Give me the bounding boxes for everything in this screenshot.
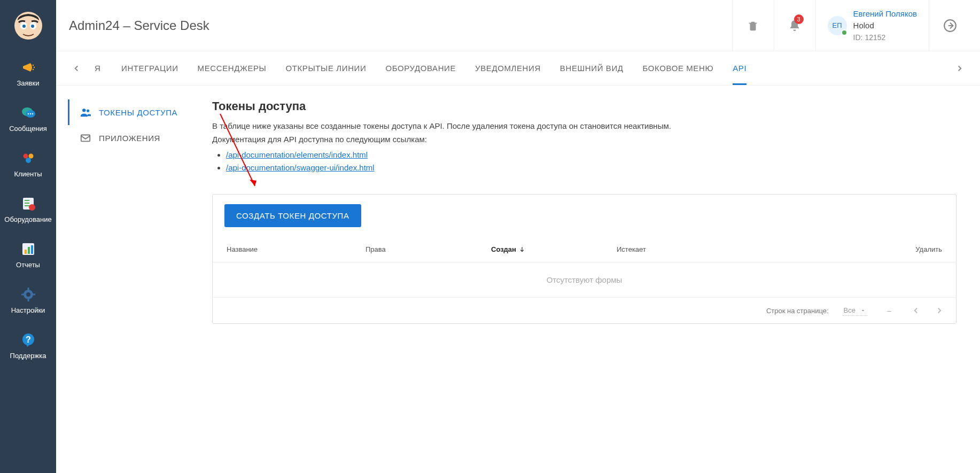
sidebar-item-support[interactable]: ? Поддержка: [0, 324, 56, 369]
table-empty: Отсутствуют формы: [213, 262, 956, 297]
doc-link-swagger[interactable]: /api-documentation/swagger-ui/index.html: [226, 163, 375, 172]
rows-per-page-label: Строк на странице:: [766, 307, 829, 315]
subnav: ТОКЕНЫ ДОСТУПА ПРИЛОЖЕНИЯ: [68, 99, 212, 459]
sidebar-item-label: Заявки: [17, 79, 40, 87]
help-icon: ?: [20, 331, 37, 348]
avatar: ЕП: [828, 16, 847, 35]
chart-icon: [20, 241, 37, 258]
svg-rect-28: [27, 299, 29, 301]
svg-rect-18: [25, 203, 29, 204]
svg-rect-23: [28, 247, 30, 254]
chevron-left-icon: [72, 64, 81, 73]
tabs-scroll-right[interactable]: [949, 64, 970, 73]
svg-rect-17: [25, 200, 29, 201]
sidebar-item-label: Клиенты: [14, 170, 42, 178]
dropdown-icon: [860, 307, 866, 314]
svg-point-7: [32, 69, 33, 70]
svg-rect-30: [33, 294, 35, 296]
notifications-button[interactable]: 3: [774, 0, 815, 51]
chevron-left-icon: [911, 306, 921, 315]
tab-integrations[interactable]: ИНТЕГРАЦИИ: [121, 51, 178, 85]
svg-point-20: [29, 204, 35, 211]
svg-rect-19: [25, 205, 29, 206]
gear-icon: [20, 286, 37, 303]
chevron-right-icon: [935, 306, 944, 315]
subnav-item-label: ТОКЕНЫ ДОСТУПА: [99, 108, 177, 117]
svg-rect-22: [25, 250, 27, 254]
tab-equipment[interactable]: ОБОРУДОВАНИЕ: [385, 51, 456, 85]
svg-point-5: [32, 65, 33, 66]
mail-icon: [80, 132, 91, 144]
svg-point-6: [33, 67, 34, 68]
chevron-right-icon: [955, 64, 965, 73]
people-icon: [80, 106, 91, 118]
tabs-scroll-left[interactable]: [66, 64, 87, 73]
header: Admin24 – Service Desk 3 ЕП Евгений Поля…: [56, 0, 980, 51]
svg-point-26: [26, 292, 30, 297]
svg-point-14: [28, 154, 33, 159]
logout-button[interactable]: [929, 0, 970, 51]
subnav-item-label: ПРИЛОЖЕНИЯ: [99, 134, 160, 143]
tokens-card: СОЗДАТЬ ТОКЕН ДОСТУПА Название Права Соз…: [212, 194, 956, 324]
svg-rect-24: [31, 245, 33, 254]
th-name[interactable]: Название: [227, 245, 365, 253]
app-title: Admin24 – Service Desk: [69, 18, 209, 33]
create-token-button[interactable]: СОЗДАТЬ ТОКЕН ДОСТУПА: [224, 204, 361, 227]
svg-rect-29: [21, 294, 24, 296]
sidebar-logo: [0, 0, 56, 51]
chat-icon: [20, 104, 37, 121]
tab-truncated[interactable]: Я: [95, 51, 102, 85]
subnav-tokens[interactable]: ТОКЕНЫ ДОСТУПА: [68, 99, 212, 125]
sort-desc-icon: [518, 246, 526, 253]
sidebar-item-label: Отчеты: [16, 261, 40, 269]
trash-icon: [747, 20, 759, 32]
table-header: Название Права Создан Истекает Удалить: [213, 237, 956, 262]
doc-link-elements[interactable]: /api-documentation/elements/index.html: [226, 150, 368, 159]
sidebar-item-messages[interactable]: Сообщения: [0, 97, 56, 142]
svg-rect-27: [27, 288, 29, 290]
svg-point-12: [32, 113, 33, 114]
sidebar-item-clients[interactable]: Клиенты: [0, 142, 56, 188]
th-delete[interactable]: Удалить: [747, 245, 942, 253]
svg-marker-38: [250, 180, 256, 186]
sidebar-item-tickets[interactable]: Заявки: [0, 51, 56, 97]
sidebar: Заявки Сообщения Клиенты Оборудование От…: [0, 0, 56, 473]
svg-text:?: ?: [26, 335, 31, 344]
rows-per-page-select[interactable]: Все: [843, 305, 867, 316]
svg-point-10: [27, 113, 28, 114]
tab-messengers[interactable]: МЕССЕНДЖЕРЫ: [198, 51, 267, 85]
trash-button[interactable]: [732, 0, 774, 51]
tab-open-lines[interactable]: ОТКРЫТЫЕ ЛИНИИ: [285, 51, 366, 85]
page-prev[interactable]: [911, 306, 921, 315]
sidebar-item-settings[interactable]: Настройки: [0, 278, 56, 324]
logout-icon: [943, 19, 957, 33]
th-rights[interactable]: Права: [365, 245, 491, 253]
user-company: Holod: [853, 20, 917, 32]
user-menu[interactable]: ЕП Евгений Поляков Holod ID: 12152: [815, 0, 929, 51]
sidebar-item-label: Оборудование: [4, 215, 51, 223]
tab-appearance[interactable]: ВНЕШНИЙ ВИД: [560, 51, 624, 85]
svg-point-3: [22, 25, 26, 28]
user-id: ID: 12152: [853, 32, 917, 43]
svg-point-4: [31, 25, 34, 28]
svg-point-15: [26, 158, 31, 163]
notification-badge: 3: [794, 14, 804, 24]
th-expires[interactable]: Истекает: [617, 245, 747, 253]
svg-point-34: [82, 108, 85, 112]
tab-api[interactable]: API: [733, 51, 746, 85]
page-next[interactable]: [935, 306, 944, 315]
user-name: Евгений Поляков: [853, 8, 917, 20]
tab-side-menu[interactable]: БОКОВОЕ МЕНЮ: [643, 51, 714, 85]
checklist-icon: [20, 195, 37, 212]
th-created[interactable]: Создан: [491, 245, 617, 253]
tabs-row: Я ИНТЕГРАЦИИ МЕССЕНДЖЕРЫ ОТКРЫТЫЕ ЛИНИИ …: [56, 51, 980, 86]
svg-point-35: [87, 110, 89, 112]
people-icon: [20, 150, 37, 167]
subnav-apps[interactable]: ПРИЛОЖЕНИЯ: [68, 125, 212, 151]
megaphone-icon: [20, 59, 37, 76]
sidebar-item-reports[interactable]: Отчеты: [0, 233, 56, 278]
tab-notifications[interactable]: УВЕДОМЛЕНИЯ: [475, 51, 541, 85]
panel-heading: Токены доступа: [212, 99, 956, 113]
page-range: –: [881, 307, 897, 315]
sidebar-item-equipment[interactable]: Оборудование: [0, 188, 56, 233]
